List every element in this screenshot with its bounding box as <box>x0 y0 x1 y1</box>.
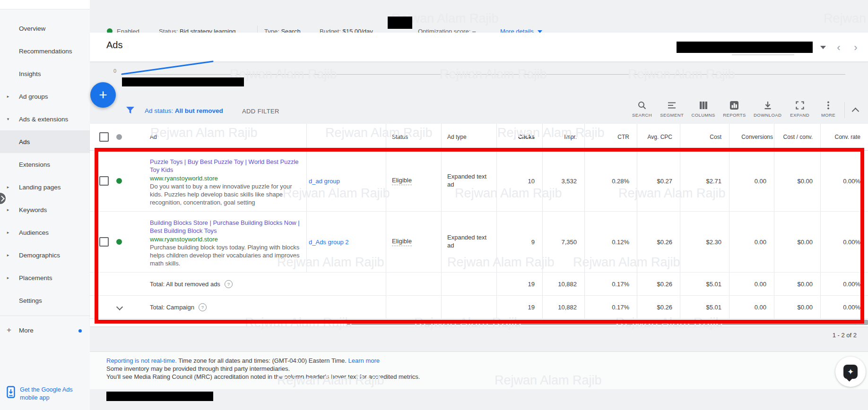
expand-arrow-icon: ▸ <box>4 253 12 257</box>
column-header-cost[interactable]: Cost <box>680 124 729 150</box>
ad-status-value[interactable]: Eligible <box>392 177 412 185</box>
previous-date-range-button[interactable]: ‹ <box>833 42 844 53</box>
column-header-impr[interactable]: Impr. <box>542 124 584 150</box>
sidebar-item-settings[interactable]: Settings <box>0 289 90 312</box>
filter-toolbar-row: Ad status: All but removed ADD FILTER SE… <box>90 99 868 124</box>
date-range-dropdown-icon[interactable] <box>820 46 826 49</box>
sidebar-item-ad-groups[interactable]: ▸ Ad groups <box>0 85 90 108</box>
ad-status-filter-chip[interactable]: Ad status: All but removed <box>145 107 223 114</box>
cost-total: $5.01 <box>680 273 729 295</box>
enabled-status-dot[interactable] <box>116 239 122 245</box>
sidebar-item-label: Landing pages <box>19 184 61 191</box>
toolbar-label: REPORTS <box>723 112 746 118</box>
plus-icon: + <box>7 325 11 335</box>
reports-button[interactable]: REPORTS <box>723 101 746 118</box>
sparkle-chat-icon: ✦ <box>843 365 858 379</box>
feedback-button[interactable]: ✦ <box>835 357 866 387</box>
table-header-row: Ad Status Ad type ↓ Clicks Impr. CTR Avg… <box>90 124 868 151</box>
help-icon[interactable]: ? <box>225 280 233 288</box>
more-vertical-icon <box>824 101 833 110</box>
impressions-total: 10,882 <box>542 296 584 318</box>
impressions-value: 7,350 <box>542 212 584 272</box>
add-filter-button[interactable]: ADD FILTER <box>242 108 279 115</box>
impressions-total: 10,882 <box>542 273 584 295</box>
column-header-ad-type[interactable]: Ad type <box>441 124 496 150</box>
avg-cpc-total: $0.26 <box>637 296 680 318</box>
add-button[interactable]: + <box>90 82 116 108</box>
reporting-footer: Reporting is not real-time. Time zone fo… <box>90 351 868 390</box>
sidebar-item-recommendations[interactable]: Recommendations <box>0 40 90 62</box>
column-header-status[interactable]: Status <box>386 124 441 150</box>
columns-icon <box>699 101 708 110</box>
conv-rate-total: 0.00% <box>820 273 868 295</box>
download-icon <box>763 101 773 110</box>
avg-cpc-value: $0.26 <box>637 212 680 272</box>
download-button[interactable]: DOWNLOAD <box>754 101 781 118</box>
sort-desc-icon: ↓ <box>513 134 516 140</box>
sidebar-item-demographics[interactable]: ▸ Demographics <box>0 244 90 266</box>
redaction-bar-chart <box>122 77 244 86</box>
column-header-ad[interactable]: Ad <box>134 124 306 150</box>
row-checkbox[interactable] <box>99 237 109 247</box>
sidebar-item-landing-pages[interactable]: ▸ Landing pages <box>0 176 90 198</box>
filter-label: Ad status: <box>145 107 173 114</box>
ad-group-link[interactable]: d_ad group <box>307 178 340 185</box>
collapse-table-button[interactable] <box>851 106 860 115</box>
sidebar-item-label: Ad groups <box>19 93 48 100</box>
help-icon[interactable]: ? <box>199 303 207 311</box>
column-header-conv-rate[interactable]: Conv. rate <box>820 124 868 150</box>
column-header-avg-cpc[interactable]: Avg. CPC <box>637 124 680 150</box>
notification-dot <box>78 329 82 333</box>
sidebar-item-ads-extensions[interactable]: ▾ Ads & extensions <box>0 108 90 130</box>
sidebar-item-label: Settings <box>19 297 42 304</box>
expand-button[interactable]: EXPAND <box>790 101 810 118</box>
column-header-ad-group[interactable] <box>306 124 386 150</box>
column-label: Clicks <box>518 134 535 140</box>
learn-more-link[interactable]: Learn more <box>348 357 380 364</box>
clicks-value: 10 <box>496 151 542 211</box>
more-button[interactable]: MORE <box>818 101 839 118</box>
ad-title-link[interactable]: Puzzle Toys | Buy Best Puzzle Toy | Worl… <box>150 158 301 174</box>
column-header-conversions[interactable]: Conversions <box>729 124 774 150</box>
ctr-value: 0.28% <box>584 151 637 211</box>
ad-status-value[interactable]: Eligible <box>392 238 412 246</box>
column-header-ctr[interactable]: CTR <box>584 124 637 150</box>
sidebar-item-insights[interactable]: Insights <box>0 62 90 85</box>
search-icon <box>637 101 647 110</box>
sidebar-item-label: More <box>19 327 34 334</box>
ad-preview-cell: Puzzle Toys | Buy Best Puzzle Toy | Worl… <box>134 151 306 211</box>
sidebar-item-audiences[interactable]: ▸ Audiences <box>0 221 90 244</box>
sidebar-item-label: Ads <box>19 138 30 145</box>
row-checkbox[interactable] <box>99 176 109 186</box>
horizontal-scrollbar <box>90 319 868 326</box>
sidebar-item-extensions[interactable]: Extensions <box>0 153 90 176</box>
sidebar-item-ads[interactable]: Ads <box>0 130 90 153</box>
ad-type-value: Expanded text ad <box>447 234 491 250</box>
expand-total-chevron-icon[interactable] <box>116 304 123 310</box>
ad-display-url: www.ryanstoyworld.store <box>150 235 301 243</box>
sidebar-item-overview[interactable]: Overview <box>0 17 90 40</box>
select-all-checkbox[interactable] <box>99 132 109 142</box>
search-button[interactable]: SEARCH <box>632 101 652 118</box>
sidebar-item-keywords[interactable]: ▸ Keywords <box>0 198 90 221</box>
ctr-total: 0.17% <box>584 273 637 295</box>
sidebar-item-placements[interactable]: ▸ Placements <box>0 266 90 289</box>
sidebar-item-label: Keywords <box>19 206 47 214</box>
column-header-cost-conv[interactable]: Cost / conv. <box>774 124 820 150</box>
clicks-sparkline <box>118 58 217 77</box>
enabled-status-dot[interactable] <box>116 178 122 184</box>
total-label: Total: Campaign <box>150 304 194 311</box>
column-header-clicks[interactable]: ↓ Clicks <box>496 124 542 150</box>
conversions-value: 0.00 <box>729 151 774 211</box>
scrollbar-thumb[interactable] <box>346 320 868 325</box>
sidebar-item-more[interactable]: + More <box>0 320 90 341</box>
columns-button[interactable]: COLUMNS <box>692 101 715 118</box>
next-date-range-button[interactable]: › <box>850 42 861 53</box>
mobile-app-promo[interactable]: Get the Google Ads mobile app <box>7 386 73 401</box>
segment-button[interactable]: SEGMENT <box>660 101 684 118</box>
ad-title-link[interactable]: Building Blocks Store | Purchase Buildin… <box>150 219 301 235</box>
reporting-link[interactable]: Reporting is not real-time. <box>106 357 177 364</box>
sidebar-item-label: Overview <box>19 25 45 32</box>
ad-group-link[interactable]: d_Ads group 2 <box>307 239 349 246</box>
avg-cpc-value: $0.27 <box>637 151 680 211</box>
